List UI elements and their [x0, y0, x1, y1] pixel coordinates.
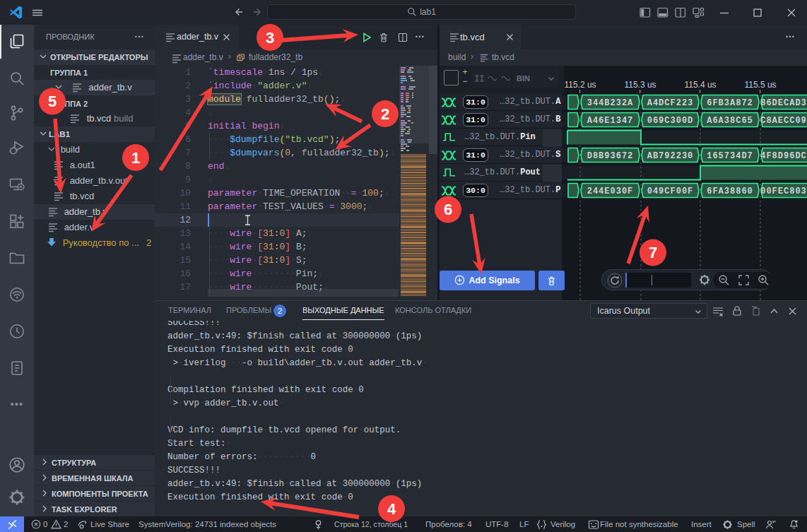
svg-text:7: 7 [649, 244, 657, 261]
svg-text:4: 4 [387, 500, 396, 518]
svg-text:2: 2 [381, 105, 389, 123]
svg-text:1: 1 [131, 149, 140, 167]
svg-text:5: 5 [48, 93, 57, 110]
svg-text:6: 6 [444, 201, 452, 218]
svg-text:3: 3 [266, 29, 274, 47]
